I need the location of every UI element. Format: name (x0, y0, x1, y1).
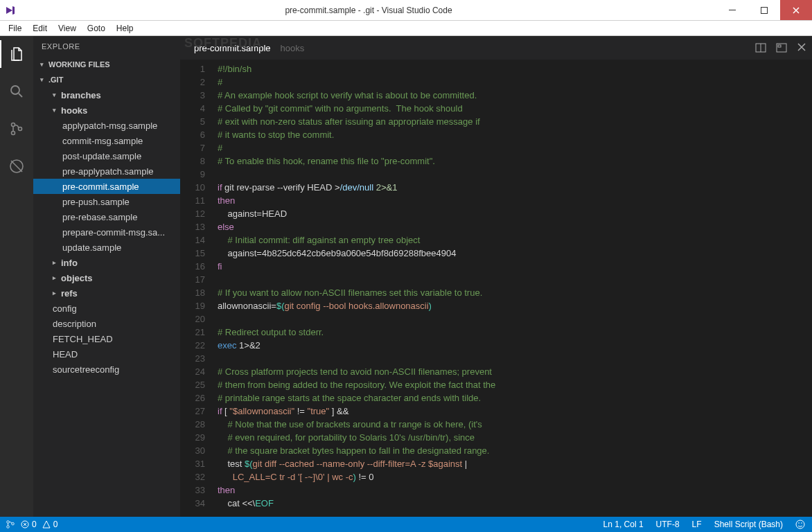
root-folder[interactable]: ▾.GIT (33, 72, 180, 87)
git-icon[interactable] (0, 115, 33, 143)
tree-item[interactable]: pre-commit.sample (33, 179, 180, 194)
svg-point-16 (798, 522, 800, 524)
tree-item-label: objects (61, 273, 93, 283)
code-line[interactable]: # it wants to stop the commit. (218, 128, 812, 141)
code-line[interactable]: # An example hook script to verify what … (218, 89, 812, 102)
tree-item[interactable]: post-update.sample (33, 148, 180, 163)
tree-item[interactable]: HEAD (33, 346, 180, 362)
encoding[interactable]: UTF-8 (656, 520, 680, 529)
menu-file[interactable]: File (3, 22, 27, 35)
code-content[interactable]: #!/bin/sh## An example hook script to ve… (212, 60, 812, 517)
tree-item[interactable]: FETCH_HEAD (33, 331, 180, 346)
close-editor-icon[interactable] (797, 42, 806, 53)
tree-item[interactable]: sourcetreeconfig (33, 362, 180, 377)
code-line[interactable]: cat <<\EOF (218, 497, 812, 510)
code-line[interactable]: then (218, 194, 812, 207)
code-line[interactable] (218, 273, 812, 286)
tree-item[interactable]: pre-applypatch.sample (33, 163, 180, 179)
maximize-button[interactable] (748, 0, 780, 20)
menu-edit[interactable]: Edit (27, 22, 53, 35)
svg-point-2 (11, 86, 19, 94)
code-line[interactable]: # Redirect output to stderr. (218, 326, 812, 339)
menu-view[interactable]: View (53, 22, 82, 35)
code-line[interactable]: # Cross platform projects tend to avoid … (218, 365, 812, 378)
menubar: File Edit View Goto Help (0, 21, 812, 36)
code-line[interactable]: # Initial commit: diff against an empty … (218, 233, 812, 247)
tree-item-label: hooks (61, 105, 87, 116)
code-line[interactable]: then (218, 484, 812, 497)
debug-icon[interactable] (0, 152, 33, 180)
code-line[interactable]: #!/bin/sh (218, 62, 812, 76)
root-label: .GIT (48, 76, 63, 84)
menu-goto[interactable]: Goto (82, 22, 111, 35)
code-line[interactable] (218, 168, 812, 181)
code-line[interactable]: # the square bracket bytes happen to fal… (218, 444, 812, 457)
explorer-icon[interactable] (0, 40, 33, 68)
editor: SOFTPEDIA pre-commit.sample hooks 123456… (180, 36, 812, 517)
close-button[interactable] (780, 0, 812, 20)
svg-rect-1 (761, 7, 768, 13)
code-line[interactable]: # Note that the use of brackets around a… (218, 418, 812, 431)
code-line[interactable]: # them from being added to the repositor… (218, 378, 812, 391)
main-area: EXPLORE ▾WORKING FILES ▾.GIT ▾branches▾h… (0, 36, 812, 517)
eol[interactable]: LF (692, 520, 702, 529)
code-line[interactable]: fi (218, 260, 812, 273)
line-gutter: 1234567891011121314151617181920212223242… (180, 60, 212, 517)
tree-item[interactable]: commit-msg.sample (33, 133, 180, 148)
code-line[interactable]: # If you want to allow non-ASCII filenam… (218, 286, 812, 299)
errors-indicator[interactable]: 0 (21, 520, 37, 529)
code-area[interactable]: 1234567891011121314151617181920212223242… (180, 60, 812, 517)
tree-item[interactable]: prepare-commit-msg.sa... (33, 224, 180, 240)
tree-item-label: pre-rebase.sample (62, 212, 137, 222)
tree-item[interactable]: ▸refs (33, 285, 180, 301)
tree-item-label: applypatch-msg.sample (62, 121, 157, 131)
tree-item[interactable]: pre-rebase.sample (33, 209, 180, 224)
cursor-position[interactable]: Ln 1, Col 1 (603, 520, 644, 529)
code-line[interactable]: against=4b825dc642cb6eb9a060e54bf8d69288… (218, 247, 812, 260)
tree-item[interactable]: update.sample (33, 240, 180, 255)
tree-item-label: branches (61, 90, 101, 100)
code-line[interactable]: # even required, for portability to Sola… (218, 431, 812, 444)
code-line[interactable]: # (218, 76, 812, 89)
code-line[interactable]: against=HEAD (218, 207, 812, 220)
tree-item-label: sourcetreeconfig (53, 364, 119, 375)
code-line[interactable]: exec 1>&2 (218, 339, 812, 352)
code-line[interactable]: # (218, 141, 812, 154)
error-count: 0 (32, 520, 37, 529)
code-line[interactable] (218, 352, 812, 365)
code-line[interactable]: # exit with non-zero status after issuin… (218, 115, 812, 128)
tree-item[interactable]: pre-push.sample (33, 194, 180, 209)
code-line[interactable]: if git rev-parse --verify HEAD >/dev/nul… (218, 181, 812, 194)
code-line[interactable]: if [ "$allownonascii" != "true" ] && (218, 405, 812, 418)
code-line[interactable]: LC_ALL=C tr -d '[ -~]\0' | wc -c) != 0 (218, 470, 812, 484)
tree-item-label: FETCH_HEAD (53, 334, 113, 344)
minimize-button[interactable] (716, 0, 748, 20)
tree-item[interactable]: config (33, 301, 180, 316)
tree-item[interactable]: applypatch-msg.sample (33, 118, 180, 133)
more-actions-icon[interactable] (776, 42, 787, 53)
warnings-indicator[interactable]: 0 (42, 520, 58, 529)
chevron-icon: ▾ (53, 107, 60, 114)
tree-item[interactable]: ▾hooks (33, 103, 180, 118)
tree-item[interactable]: ▸info (33, 255, 180, 270)
split-editor-icon[interactable] (755, 42, 766, 53)
code-line[interactable]: allownonascii=$(git config --bool hooks.… (218, 299, 812, 312)
search-icon[interactable] (0, 78, 33, 105)
language-mode[interactable]: Shell Script (Bash) (714, 520, 783, 529)
code-line[interactable]: else (218, 220, 812, 233)
tree-item-label: commit-msg.sample (62, 136, 143, 146)
menu-help[interactable]: Help (111, 22, 139, 35)
code-line[interactable]: # printable range starts at the space ch… (218, 391, 812, 405)
tree-item[interactable]: ▸objects (33, 270, 180, 285)
file-tree: ▾WORKING FILES ▾.GIT ▾branches▾hooksappl… (33, 57, 180, 517)
feedback-icon[interactable] (795, 520, 805, 529)
code-line[interactable]: # Called by "git commit" with no argumen… (218, 102, 812, 115)
svg-rect-10 (778, 45, 781, 47)
tree-item[interactable]: ▾branches (33, 87, 180, 103)
working-files-section[interactable]: ▾WORKING FILES (33, 57, 180, 72)
code-line[interactable] (218, 312, 812, 326)
tree-item[interactable]: description (33, 316, 180, 331)
code-line[interactable]: # To enable this hook, rename this file … (218, 154, 812, 168)
git-branch-indicator[interactable] (6, 520, 15, 529)
code-line[interactable]: test $(git diff --cached --name-only --d… (218, 457, 812, 470)
